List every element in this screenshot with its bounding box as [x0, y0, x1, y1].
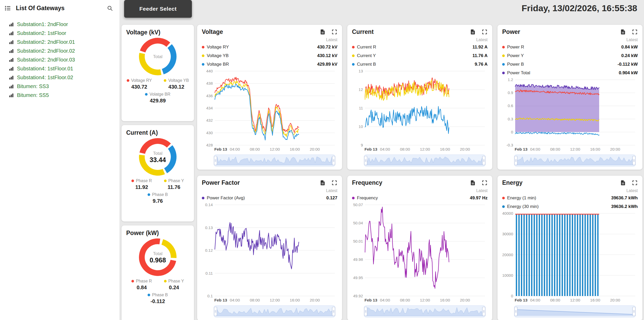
search-icon[interactable] — [107, 5, 113, 11]
legend-latest-value: 0.904 kW — [619, 70, 638, 76]
latest-label: Latest — [352, 38, 488, 42]
report-export-icon[interactable] — [320, 29, 326, 35]
legend-dot — [352, 63, 355, 66]
legend-latest-value: 0.24 kW — [621, 53, 638, 58]
legend-item[interactable]: Frequency49.97 Hz — [352, 194, 488, 202]
svg-text:04:00: 04:00 — [230, 147, 240, 151]
chart-navigator[interactable] — [364, 305, 485, 317]
legend-dot — [164, 180, 167, 182]
chart-navigator[interactable] — [514, 305, 636, 317]
legend-name: Current B — [357, 62, 376, 67]
chart-card: CurrentLatestCurrent R11.92 ACurrent Y11… — [347, 25, 492, 170]
sidebar-item-gateway[interactable]: Substation4: 1stFloor.01 — [9, 64, 119, 73]
nav-handle-left[interactable] — [214, 156, 217, 165]
sidebar-item-gateway[interactable]: Bitumen: SS3 — [9, 82, 119, 91]
legend-item[interactable]: Current Y11.76 A — [352, 51, 488, 60]
bar-chart-icon — [9, 48, 14, 53]
svg-text:20:00: 20:00 — [310, 298, 320, 302]
legend-value: 0.84 — [131, 285, 152, 291]
legend-dot — [502, 205, 505, 208]
nav-handle-left[interactable] — [214, 307, 217, 316]
svg-text:16:00: 16:00 — [590, 298, 600, 302]
legend-item[interactable]: Power B-0.112 kW — [502, 60, 638, 69]
chart-card: VoltageLatestVoltage RY430.72 kVVoltage … — [197, 25, 342, 170]
chart-card-header: Current — [352, 28, 488, 35]
legend-item[interactable]: Voltage BR429.89 kV — [202, 60, 337, 69]
feeder-select-button[interactable]: Feeder Select — [124, 0, 192, 18]
legend-item: Phase Y11.76 — [164, 179, 184, 190]
svg-text:10: 10 — [359, 124, 363, 129]
nav-handle-right[interactable] — [633, 307, 635, 316]
svg-text:12:00: 12:00 — [570, 147, 580, 151]
gauge-legend-row: Voltage RY430.72Voltage YB430.12 — [126, 78, 189, 90]
list-menu-icon[interactable] — [4, 5, 11, 12]
svg-text:20:00: 20:00 — [460, 147, 470, 151]
legend-dot — [202, 46, 204, 48]
sidebar-item-gateway[interactable]: Substation1: 2ndFloor — [9, 20, 119, 29]
legend-item[interactable]: Power Y0.24 kW — [502, 51, 638, 60]
svg-text:33.44: 33.44 — [150, 156, 166, 163]
expand-icon[interactable] — [331, 29, 337, 35]
svg-text:0: 0 — [511, 294, 513, 298]
chart-navigator[interactable] — [214, 305, 335, 317]
legend-item[interactable]: Energy (30 min)39636.2 kWh — [502, 202, 638, 211]
svg-text:12:00: 12:00 — [420, 147, 430, 151]
gauge-legend-row: Phase B-0.112 — [126, 293, 189, 304]
legend-label: Phase R — [131, 179, 152, 183]
report-export-icon[interactable] — [470, 29, 476, 35]
legend-dot — [127, 79, 129, 82]
legend-dot — [502, 72, 505, 74]
report-export-icon[interactable] — [620, 29, 626, 35]
gauge-card: Current (A)Total33.44Phase R11.92Phase Y… — [121, 125, 194, 221]
chart-navigator[interactable] — [214, 155, 335, 167]
sidebar-item-gateway[interactable]: Substation2: 2ndFloor.01 — [9, 38, 119, 46]
svg-text:Feb 13: Feb 13 — [214, 147, 227, 151]
nav-handle-right[interactable] — [482, 307, 485, 316]
svg-text:0.13: 0.13 — [205, 225, 213, 230]
latest-label: Latest — [202, 38, 337, 42]
svg-text:430: 430 — [206, 131, 213, 135]
legend-dot — [202, 54, 204, 57]
chart-card-header: Power Factor — [202, 179, 337, 186]
sidebar-item-gateway[interactable]: Substation2: 1stFloor — [9, 29, 119, 38]
nav-handle-left[interactable] — [514, 307, 517, 316]
nav-handle-right[interactable] — [633, 156, 635, 165]
legend-item[interactable]: Power Total0.904 kW — [502, 69, 638, 77]
legend-item[interactable]: Energy (1 min)39636.7 kWh — [502, 194, 638, 202]
expand-icon[interactable] — [632, 180, 638, 186]
legend-item[interactable]: Current R11.92 A — [352, 43, 488, 51]
nav-handle-left[interactable] — [364, 156, 367, 165]
nav-handle-right[interactable] — [482, 156, 485, 165]
nav-handle-left[interactable] — [514, 156, 517, 165]
legend-item[interactable]: Voltage RY430.72 kV — [202, 43, 337, 51]
expand-icon[interactable] — [632, 29, 638, 35]
sidebar-item-gateway[interactable]: Substation2: 2ndFloor.03 — [9, 55, 119, 64]
legend-dot — [164, 280, 167, 282]
nav-handle-right[interactable] — [332, 307, 335, 316]
sidebar-item-gateway[interactable]: Bitumen: SS5 — [9, 91, 119, 100]
legend-label: Phase Y — [164, 279, 184, 284]
legend-item[interactable]: Power R0.84 kW — [502, 43, 638, 51]
nav-handle-right[interactable] — [332, 156, 335, 165]
sidebar-item-gateway[interactable]: Substation2: 2ndFloor.02 — [9, 46, 119, 55]
report-export-icon[interactable] — [320, 180, 326, 186]
report-export-icon[interactable] — [470, 180, 476, 186]
legend-item[interactable]: Voltage YB430.12 kV — [202, 51, 337, 60]
chart-navigator[interactable] — [364, 155, 485, 167]
legend-item[interactable]: Current B9.76 A — [352, 60, 488, 69]
expand-icon[interactable] — [482, 29, 488, 35]
legend-item[interactable]: Power Factor (Avg)0.127 — [202, 194, 337, 202]
legend-latest-value: 429.89 kV — [317, 62, 337, 67]
expand-icon[interactable] — [482, 180, 488, 186]
legend-item: Phase B-0.112 — [148, 293, 168, 304]
legend-text: Phase B — [152, 192, 168, 197]
latest-label: Latest — [502, 38, 638, 42]
latest-label: Latest — [202, 188, 337, 193]
svg-text:Feb 13: Feb 13 — [515, 298, 527, 302]
svg-text:0.9: 0.9 — [508, 90, 513, 95]
sidebar-item-gateway[interactable]: Substation4: 1stFloor.02 — [9, 73, 119, 82]
nav-handle-left[interactable] — [364, 307, 367, 316]
report-export-icon[interactable] — [620, 180, 626, 186]
expand-icon[interactable] — [331, 180, 337, 186]
chart-navigator[interactable] — [514, 155, 636, 167]
